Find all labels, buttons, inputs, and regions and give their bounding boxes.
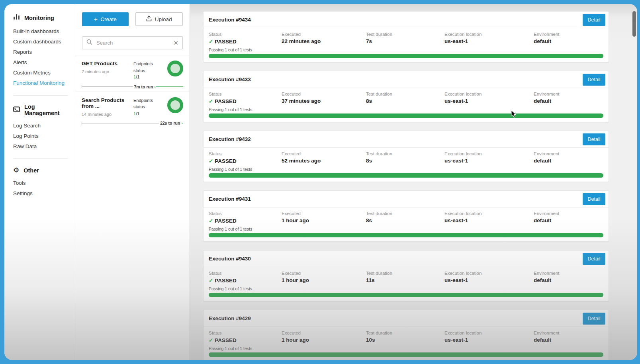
sidebar-nav-item[interactable]: Log Points bbox=[13, 131, 72, 141]
executed-column: Executed 1 hour ago bbox=[282, 331, 366, 343]
status-value: PASSED bbox=[215, 158, 237, 164]
create-button[interactable]: + Create bbox=[82, 12, 129, 26]
executed-column: Executed 37 minutes ago bbox=[282, 92, 366, 104]
sidebar-nav-item[interactable]: Reports bbox=[13, 47, 72, 57]
executed-value: 52 minutes ago bbox=[282, 158, 366, 164]
duration-label: Test duration bbox=[366, 151, 444, 156]
detail-button[interactable]: Detail bbox=[583, 14, 605, 26]
sidebar-nav-item[interactable]: Alerts bbox=[13, 57, 72, 67]
location-value: us-east-1 bbox=[444, 217, 534, 223]
duration-column: Test duration 8s bbox=[366, 151, 444, 164]
environment-column: Environment default bbox=[534, 151, 603, 164]
location-label: Execution location bbox=[444, 92, 534, 96]
sidebar-section-other: ⚙ Other bbox=[13, 167, 72, 174]
test-list: GET Products 7 minutes ago Endpoints sta… bbox=[75, 55, 190, 128]
executed-column: Executed 52 minutes ago bbox=[282, 151, 366, 164]
detail-button[interactable]: Detail bbox=[583, 133, 605, 145]
location-value: us-east-1 bbox=[444, 337, 534, 343]
environment-value: default bbox=[534, 38, 603, 44]
test-list-item[interactable]: Search Products from ... 14 minutes ago … bbox=[75, 92, 190, 128]
clear-search-icon[interactable]: ✕ bbox=[173, 39, 178, 47]
sidebar-nav-item[interactable]: Built-in dashboards bbox=[13, 26, 72, 36]
next-run-progress: 7m to run › bbox=[82, 84, 183, 89]
passing-summary: Passing 1 out of 1 tests bbox=[209, 47, 603, 52]
location-value: us-east-1 bbox=[444, 38, 534, 44]
sidebar-divider bbox=[13, 95, 68, 96]
test-last-run: 14 minutes ago bbox=[82, 112, 133, 117]
duration-label: Test duration bbox=[366, 271, 444, 276]
detail-button[interactable]: Detail bbox=[583, 253, 605, 265]
section-title: Monitoring bbox=[24, 15, 54, 21]
execution-card: Execution #9430 Detail Status ✓PASSED Ex… bbox=[203, 250, 609, 301]
location-column: Execution location us-east-1 bbox=[444, 151, 534, 164]
passing-summary: Passing 1 out of 1 tests bbox=[209, 346, 603, 351]
detail-button[interactable]: Detail bbox=[583, 313, 605, 325]
executed-value: 37 minutes ago bbox=[282, 98, 366, 104]
sidebar-divider bbox=[13, 159, 68, 159]
progress-remaining-line bbox=[156, 86, 183, 87]
sidebar-nav-item[interactable]: Custom dashboards bbox=[13, 36, 72, 47]
endpoint-status-donut bbox=[167, 97, 183, 113]
executions-main: Execution #9434 Detail Status ✓PASSED Ex… bbox=[190, 4, 637, 360]
sidebar: Monitoring Built-in dashboardsCustom das… bbox=[4, 4, 75, 360]
status-column: Status ✓PASSED bbox=[209, 32, 282, 45]
check-icon: ✓ bbox=[209, 39, 213, 45]
pass-progress-bar bbox=[209, 293, 603, 297]
duration-value: 8s bbox=[366, 217, 444, 223]
execution-title: Execution #9431 bbox=[209, 196, 251, 202]
executed-column: Executed 1 hour ago bbox=[282, 211, 366, 224]
executed-value: 22 minutes ago bbox=[282, 38, 366, 44]
test-last-run: 7 minutes ago bbox=[82, 69, 133, 74]
environment-value: default bbox=[534, 217, 603, 223]
detail-button[interactable]: Detail bbox=[583, 193, 605, 205]
sidebar-nav-item[interactable]: Tools bbox=[13, 178, 72, 188]
sidebar-nav-item[interactable]: Functional Monitoring bbox=[13, 78, 72, 88]
check-icon: ✓ bbox=[209, 218, 213, 224]
chevron-right-icon: › bbox=[181, 121, 183, 125]
status-label: Status bbox=[209, 92, 282, 96]
duration-column: Test duration 7s bbox=[366, 32, 444, 45]
scrollbar-thumb[interactable] bbox=[632, 11, 636, 37]
executed-column: Executed 1 hour ago bbox=[282, 271, 366, 284]
status-column: Status ✓PASSED bbox=[209, 151, 282, 164]
execution-card: Execution #9429 Detail Status ✓PASSED Ex… bbox=[203, 310, 609, 360]
check-icon: ✓ bbox=[209, 337, 213, 343]
status-value: PASSED bbox=[215, 337, 237, 343]
environment-column: Environment default bbox=[534, 92, 603, 104]
environment-value: default bbox=[534, 158, 603, 164]
duration-label: Test duration bbox=[366, 331, 444, 335]
location-column: Execution location us-east-1 bbox=[444, 271, 534, 284]
upload-button[interactable]: Upload bbox=[135, 12, 183, 26]
search-box: ✕ bbox=[82, 36, 183, 49]
status-column: Status ✓PASSED bbox=[209, 92, 282, 104]
sidebar-nav-item[interactable]: Log Search bbox=[13, 120, 72, 131]
pass-progress-bar bbox=[209, 352, 603, 357]
section-title: Other bbox=[23, 167, 39, 174]
app-window: Monitoring Built-in dashboardsCustom das… bbox=[4, 4, 637, 360]
environment-label: Environment bbox=[534, 271, 603, 276]
status-column: Status ✓PASSED bbox=[209, 271, 282, 284]
duration-label: Test duration bbox=[366, 211, 444, 216]
executed-label: Executed bbox=[282, 331, 366, 335]
status-value: PASSED bbox=[215, 218, 237, 224]
test-list-item[interactable]: GET Products 7 minutes ago Endpoints sta… bbox=[75, 55, 190, 92]
executed-label: Executed bbox=[282, 271, 366, 276]
executed-label: Executed bbox=[282, 151, 366, 156]
sidebar-nav-item[interactable]: Custom Metrics bbox=[13, 67, 72, 78]
test-name: GET Products bbox=[82, 61, 133, 67]
execution-title: Execution #9432 bbox=[209, 136, 251, 142]
other-nav-list: ToolsSettings bbox=[13, 178, 72, 198]
execution-card: Execution #9433 Detail Status ✓PASSED Ex… bbox=[203, 71, 609, 122]
sidebar-section-log-management: Log Management bbox=[13, 104, 72, 116]
detail-button[interactable]: Detail bbox=[583, 74, 605, 86]
environment-column: Environment default bbox=[534, 32, 603, 45]
sidebar-nav-item[interactable]: Raw Data bbox=[13, 141, 72, 151]
environment-label: Environment bbox=[534, 92, 603, 96]
status-column: Status ✓PASSED bbox=[209, 331, 282, 343]
executed-label: Executed bbox=[282, 92, 366, 96]
execution-title: Execution #9429 bbox=[209, 315, 251, 321]
status-label: Status bbox=[209, 151, 282, 156]
search-input[interactable] bbox=[96, 40, 169, 46]
pass-progress-bar bbox=[209, 114, 603, 118]
sidebar-nav-item[interactable]: Settings bbox=[13, 188, 72, 198]
